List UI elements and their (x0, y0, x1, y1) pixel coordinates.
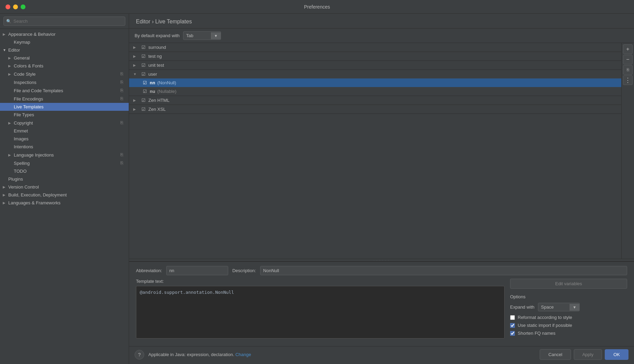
sidebar-item-file-encodings[interactable]: File Encodings ⎘ (0, 95, 129, 103)
group-arrow-icon: ▶ (133, 45, 139, 49)
sidebar-item-file-code-templates[interactable]: File and Code Templates ⎘ (0, 86, 129, 95)
template-group-header-unittest[interactable]: ▶ ☑ unit test (129, 61, 621, 69)
sidebar-item-images[interactable]: Images (0, 135, 129, 143)
edit-variables-button[interactable]: Edit variables (510, 279, 627, 289)
template-group-surround: ▶ ☑ surround (129, 43, 621, 52)
arrow-icon: ▶ (3, 193, 8, 197)
ok-button[interactable]: OK (605, 349, 628, 360)
change-link[interactable]: Change (235, 352, 251, 357)
add-template-button[interactable]: + (623, 44, 633, 54)
abbreviation-input[interactable] (166, 266, 228, 275)
panel-header: Editor › Live Templates (129, 14, 634, 29)
minimize-button[interactable] (13, 4, 18, 9)
maximize-button[interactable] (21, 4, 25, 9)
close-button[interactable] (6, 4, 10, 9)
arrow-icon: ▶ (8, 64, 14, 68)
expand-with-select[interactable]: Tab Space Enter (183, 32, 211, 40)
item-name: nu (150, 89, 155, 94)
static-import-label[interactable]: Use static import if possible (518, 323, 572, 328)
remove-template-button[interactable]: − (623, 55, 633, 64)
sidebar-item-appearance[interactable]: ▶ Appearance & Behavior (0, 30, 129, 38)
expand-with-options-label: Expand with (510, 304, 535, 310)
template-group-header-testng[interactable]: ▶ ☑ test ng (129, 52, 621, 61)
template-text-section: Template text: @android.support.annotati… (136, 279, 505, 339)
template-list: ▶ ☑ surround ▶ ☑ test ng (129, 43, 621, 259)
description-label: Description: (232, 268, 256, 273)
search-input[interactable] (3, 17, 125, 26)
template-group-header-zenhtml[interactable]: ▶ ☑ Zen HTML (129, 96, 621, 105)
sidebar-item-inspections[interactable]: Inspections ⎘ (0, 78, 129, 86)
sidebar-item-intentions[interactable]: Intentions (0, 143, 129, 151)
template-text-row: Template text: @android.support.annotati… (136, 279, 627, 339)
description-input[interactable] (260, 266, 627, 275)
group-arrow-icon: ▶ (133, 98, 139, 102)
dropdown-arrow-icon: ▼ (570, 304, 579, 311)
sidebar-item-languages[interactable]: ▶ Languages & Frameworks (0, 199, 129, 207)
top-toolbar: By default expand with Tab Space Enter ▼ (129, 29, 634, 43)
sidebar-item-todo[interactable]: TODO (0, 167, 129, 175)
template-text-label: Template text: (136, 279, 505, 284)
sidebar-item-plugins[interactable]: Plugins (0, 175, 129, 183)
sidebar-item-colors-fonts[interactable]: ▶ Colors & Fonts (0, 62, 129, 70)
copy-template-button[interactable]: ⎘ (623, 65, 633, 75)
group-arrow-icon: ▼ (133, 72, 139, 76)
sidebar-item-file-types[interactable]: File Types (0, 111, 129, 119)
template-group-header-zenxsl[interactable]: ▶ ☑ Zen XSL (129, 105, 621, 114)
options-title: Options (510, 294, 627, 299)
shorten-fq-checkbox-row: Shorten FQ names (510, 331, 627, 336)
template-group-header-user[interactable]: ▼ ☑ user (129, 70, 621, 78)
resize-divider[interactable]: · · · · · · (129, 259, 634, 261)
sidebar-item-label: TODO (14, 169, 126, 174)
sidebar-item-emmet[interactable]: Emmet (0, 127, 129, 135)
reformat-checkbox[interactable] (510, 315, 515, 320)
sidebar-item-build-exec[interactable]: ▶ Build, Execution, Deployment (0, 191, 129, 199)
sidebar-item-label: Intentions (14, 144, 126, 149)
expand-with-dropdown[interactable]: Tab Space Enter ▼ (183, 31, 221, 40)
item-desc: (NonNull) (157, 80, 176, 85)
sidebar-item-live-templates[interactable]: Live Templates (0, 103, 129, 111)
group-checkbox: ☑ (141, 72, 146, 77)
template-item-nn[interactable]: ☑ nn (NonNull) (129, 78, 621, 87)
sidebar-item-label: Colors & Fonts (14, 63, 126, 68)
sidebar-item-general[interactable]: ▶ General (0, 54, 129, 62)
expand-with-options-select[interactable]: Default (Tab) Space Enter (538, 303, 570, 311)
expand-with-label: By default expand with (135, 33, 180, 38)
static-import-checkbox[interactable] (510, 323, 515, 328)
arrow-icon: ▶ (8, 153, 14, 157)
template-group-zenhtml: ▶ ☑ Zen HTML (129, 96, 621, 105)
window-title: Preferences (304, 4, 330, 10)
template-group-header-surround[interactable]: ▶ ☑ surround (129, 43, 621, 52)
shorten-fq-checkbox[interactable] (510, 331, 515, 336)
copy-icon: ⎘ (120, 71, 126, 77)
help-button[interactable]: ? (135, 350, 144, 360)
apply-button[interactable]: Apply (574, 349, 602, 360)
copy-icon: ⎘ (120, 160, 126, 166)
sidebar-item-language-injections[interactable]: ▶ Language Injections ⎘ (0, 151, 129, 159)
sidebar-item-label: Emmet (14, 128, 126, 133)
preferences-window: Preferences 🔍 ▶ Appearance & Behavior Ke… (0, 0, 634, 364)
sidebar-item-editor[interactable]: ▼ Editor (0, 46, 129, 54)
template-item-nu[interactable]: ☑ nu (Nullable) (129, 87, 621, 96)
sidebar-item-keymap[interactable]: Keymap (0, 38, 129, 46)
sidebar-item-spelling[interactable]: Spelling ⎘ (0, 159, 129, 167)
item-desc: (Nullable) (157, 89, 177, 94)
group-label: Zen HTML (148, 98, 617, 103)
sidebar-item-label: Spelling (14, 161, 119, 166)
title-bar: Preferences (0, 0, 634, 14)
reformat-label[interactable]: Reformat according to style (518, 315, 572, 320)
sidebar-item-label: Editor (8, 47, 126, 53)
group-checkbox: ☑ (141, 63, 146, 68)
sidebar-item-version-control[interactable]: ▶ Version Control (0, 183, 129, 191)
item-checkbox: ☑ (143, 89, 147, 94)
shorten-fq-label[interactable]: Shorten FQ names (518, 331, 556, 336)
move-template-button[interactable]: ⋮ (623, 75, 633, 85)
sidebar-item-copyright[interactable]: ▶ Copyright ⎘ (0, 119, 129, 127)
sidebar-item-code-style[interactable]: ▶ Code Style ⎘ (0, 70, 129, 78)
sidebar-item-label: Images (14, 136, 126, 141)
cancel-button[interactable]: Cancel (540, 349, 571, 360)
expand-with-options-dropdown[interactable]: Default (Tab) Space Enter ▼ (538, 303, 580, 311)
group-label: unit test (148, 63, 617, 68)
template-text-area[interactable]: @android.support.annotation.NonNull (136, 286, 505, 339)
sidebar-item-label: Language Injections (14, 152, 119, 158)
template-group-testng: ▶ ☑ test ng (129, 52, 621, 61)
